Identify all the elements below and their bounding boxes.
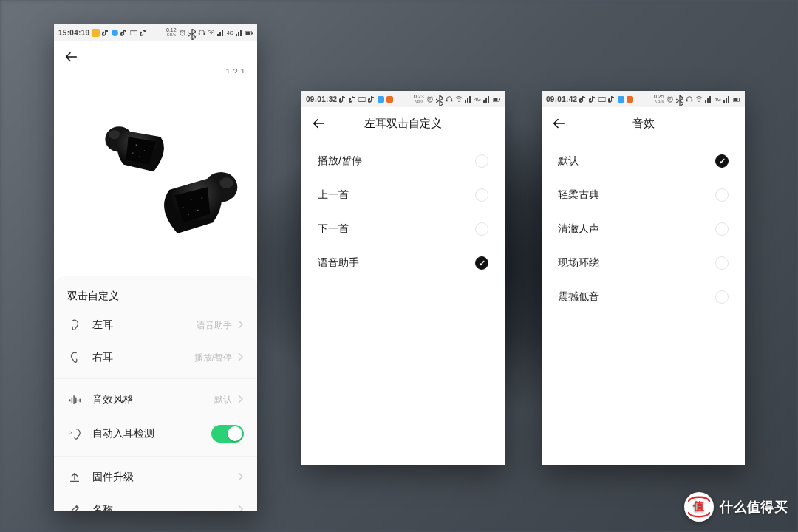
row-sound-style[interactable]: 音效风格 默认	[54, 378, 257, 416]
svg-point-36	[698, 100, 699, 101]
radio-selected-icon	[475, 256, 488, 270]
status-netspeed: 0.23KB/s	[414, 94, 424, 104]
svg-point-12	[139, 156, 140, 157]
row-value: 语音助手	[197, 319, 232, 332]
nav-bar: 音效	[542, 107, 745, 140]
page-title: 音效	[542, 117, 745, 131]
section-title-doubletap: 双击自定义	[54, 278, 257, 309]
ear-detect-icon	[67, 426, 82, 441]
chevron-right-icon	[236, 394, 244, 406]
option-label: 轻柔古典	[558, 188, 599, 202]
option-sound-3[interactable]: 现场环绕	[542, 246, 745, 280]
option-label: 震撼低音	[558, 290, 599, 304]
inear-detect-toggle[interactable]	[211, 425, 244, 443]
svg-point-20	[201, 197, 202, 199]
svg-point-10	[136, 144, 137, 146]
svg-rect-2	[198, 33, 200, 35]
network-label: 4G	[474, 97, 481, 102]
svg-point-4	[211, 34, 211, 35]
row-right-ear[interactable]: 右耳 播放/暂停	[54, 341, 257, 374]
smzdm-badge-icon: 值	[684, 492, 714, 522]
svg-text:值: 值	[692, 499, 705, 512]
tiktok-icon	[589, 95, 596, 103]
tiktok-icon	[608, 95, 615, 103]
option-left-doubletap-2[interactable]: 下一首	[301, 212, 505, 246]
ear-left-icon	[67, 318, 82, 332]
row-value: 默认	[214, 394, 232, 406]
svg-rect-32	[598, 97, 606, 101]
signal-icon	[723, 95, 731, 103]
radio-unselected-icon	[475, 188, 488, 202]
watermark: 值 什么值得买	[684, 492, 788, 522]
svg-rect-35	[691, 100, 692, 102]
battery-icon	[245, 29, 253, 36]
option-sound-2[interactable]: 清澈人声	[542, 212, 745, 246]
row-firmware-update[interactable]: 固件升级	[54, 456, 257, 494]
option-label: 清澈人声	[558, 222, 599, 236]
battery-icon	[733, 95, 740, 103]
alarm-icon	[179, 29, 186, 36]
tiktok-icon	[120, 29, 128, 36]
edit-icon	[67, 502, 82, 511]
svg-rect-27	[451, 100, 452, 102]
option-sound-0[interactable]: 默认	[542, 144, 745, 178]
phone-b: 09:01:32 0.23KB/s 4G 左耳双击自定义 播放/暂停上一首下一首…	[301, 91, 505, 465]
svg-rect-34	[686, 100, 687, 102]
svg-point-18	[183, 207, 184, 208]
page-title: 左耳双击自定义	[301, 117, 505, 131]
option-label: 默认	[558, 154, 579, 168]
tiktok-icon	[579, 95, 587, 103]
radio-unselected-icon	[715, 188, 729, 202]
status-app-chip	[618, 96, 624, 103]
signal-icon	[483, 95, 491, 103]
status-bar: 15:04:19 0.12KB/s 4G	[54, 24, 257, 41]
bluetooth-icon	[676, 95, 683, 103]
tiktok-icon	[368, 95, 375, 103]
svg-rect-39	[740, 99, 740, 101]
settings-sheet: 双击自定义 左耳 语音助手 右耳 播放/暂停 音效风格 默认 自动入耳检测 固	[54, 276, 257, 511]
chevron-right-icon	[236, 504, 244, 511]
headphones-icon	[198, 29, 205, 36]
svg-point-19	[197, 210, 199, 211]
row-left-ear[interactable]: 左耳 语音助手	[54, 309, 257, 341]
row-label: 自动入耳检测	[92, 427, 211, 440]
wifi-icon	[208, 29, 215, 36]
tiktok-icon	[102, 29, 109, 36]
option-sound-4[interactable]: 震撼低音	[542, 280, 745, 314]
svg-point-17	[191, 199, 192, 200]
chevron-right-icon	[236, 352, 244, 364]
svg-rect-7	[252, 33, 253, 35]
status-time: 15:04:19	[58, 29, 89, 37]
option-sound-1[interactable]: 轻柔古典	[542, 178, 745, 212]
svg-rect-31	[499, 99, 500, 101]
watermark-text: 什么值得买	[720, 498, 788, 516]
alarm-icon	[426, 95, 434, 103]
svg-rect-30	[494, 98, 498, 101]
option-left-doubletap-0[interactable]: 播放/暂停	[301, 144, 505, 178]
radio-selected-icon	[715, 154, 729, 168]
card-icon	[598, 95, 606, 103]
chevron-right-icon	[236, 471, 244, 483]
row-value: 播放/暂停	[194, 352, 232, 364]
row-name[interactable]: 名称	[54, 494, 257, 511]
status-netspeed: 0.12KB/s	[166, 27, 177, 38]
phone-a: 15:04:19 0.12KB/s 4G 1.2.1	[54, 24, 257, 511]
radio-unselected-icon	[715, 290, 729, 304]
tiktok-icon	[339, 95, 347, 103]
status-app-chip	[627, 96, 633, 103]
back-button[interactable]	[63, 49, 79, 65]
wifi-icon	[455, 95, 463, 103]
option-label: 上一首	[318, 188, 349, 202]
option-left-doubletap-3[interactable]: 语音助手	[301, 246, 505, 280]
signal-icon	[236, 29, 243, 36]
svg-point-16	[219, 177, 233, 188]
option-label: 现场环绕	[558, 256, 599, 270]
status-time: 09:01:42	[546, 95, 577, 103]
wifi-icon	[695, 95, 703, 103]
alarm-icon	[666, 95, 674, 103]
radio-unselected-icon	[715, 256, 729, 270]
svg-rect-38	[734, 98, 738, 101]
ear-right-icon	[67, 350, 82, 365]
options-list: 播放/暂停上一首下一首语音助手	[301, 140, 505, 284]
option-left-doubletap-1[interactable]: 上一首	[301, 178, 505, 212]
